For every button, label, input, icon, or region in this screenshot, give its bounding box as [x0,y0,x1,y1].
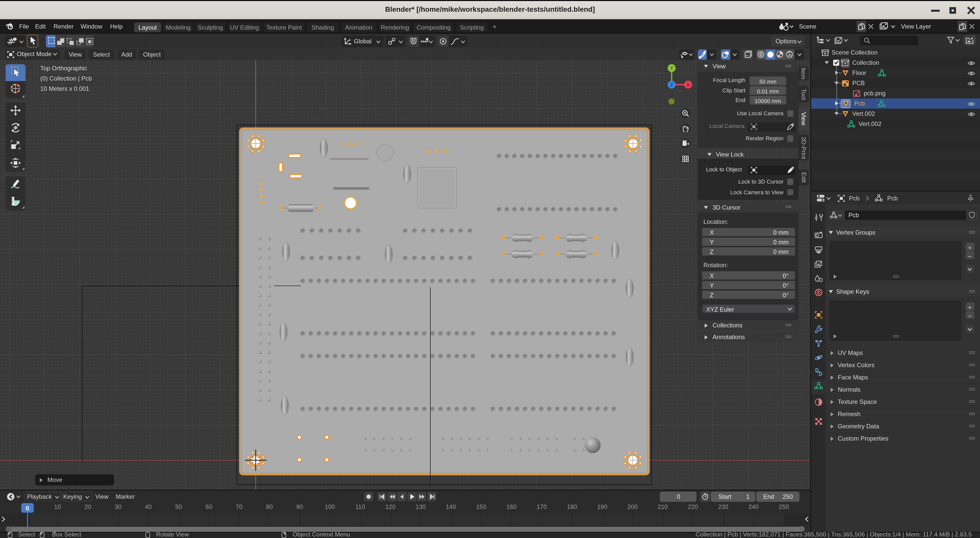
svg-text:Y: Y [670,65,673,71]
